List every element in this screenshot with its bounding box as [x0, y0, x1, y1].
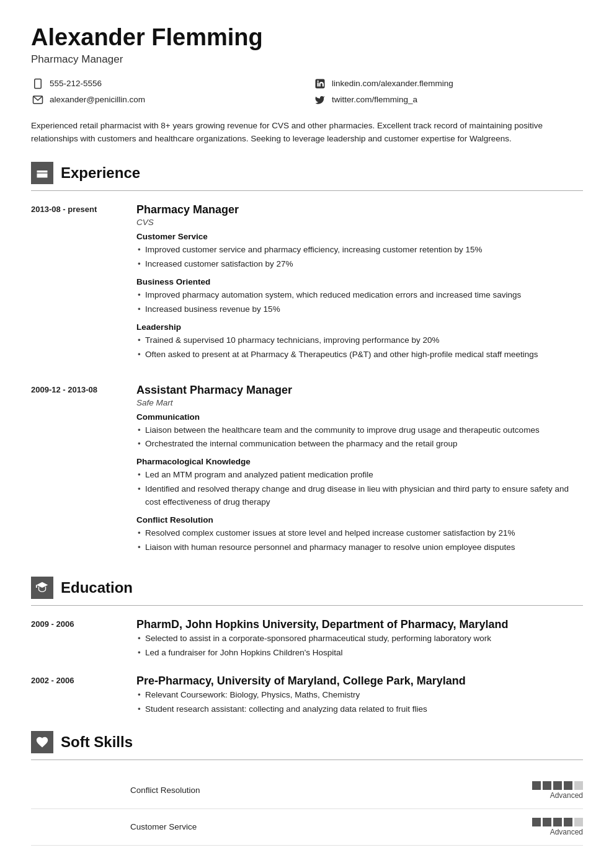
- bullet-list: Liaison between the healthcare team and …: [136, 424, 583, 451]
- company-name: Safe Mart: [136, 398, 583, 407]
- edu-bullet-item: Selected to assist in a corporate-sponso…: [136, 632, 583, 645]
- skill-rating: Advanced: [532, 781, 583, 800]
- dot-filled: [553, 818, 562, 826]
- job-title-text: Assistant Pharmacy Manager: [136, 384, 583, 397]
- experience-divider: [31, 190, 583, 191]
- education-list: 2009 - 2006PharmD, John Hopkins Universi…: [31, 618, 583, 717]
- education-entry: 2009 - 2006PharmD, John Hopkins Universi…: [31, 618, 583, 661]
- linkedin-contact: linkedin.com/alexander.flemming: [313, 77, 583, 91]
- twitter-icon: [313, 93, 327, 107]
- skill-group-title: Pharmacological Knowledge: [136, 457, 583, 466]
- soft-skills-header: Soft Skills: [31, 731, 583, 753]
- edu-date: 2002 - 2006: [31, 675, 130, 717]
- phone-contact: 555-212-5556: [31, 77, 301, 91]
- skill-group-title: Conflict Resolution: [136, 515, 583, 525]
- edu-content: PharmD, John Hopkins University, Departm…: [136, 618, 583, 661]
- bullet-list: Resolved complex customer issues at stor…: [136, 527, 583, 554]
- contact-grid: 555-212-5556 linkedin.com/alexander.flem…: [31, 77, 583, 107]
- bullet-item: Often asked to present at at Pharmacy & …: [136, 348, 583, 361]
- dot-empty: [574, 818, 583, 826]
- bullet-list: Led an MTM program and analyzed patient …: [136, 469, 583, 509]
- bullet-list: Trained & supervised 10 pharmacy technic…: [136, 334, 583, 361]
- twitter-value: twitter.com/flemming_a: [332, 95, 417, 104]
- dot-filled: [532, 818, 541, 826]
- twitter-contact: twitter.com/flemming_a: [313, 93, 583, 107]
- skill-group-title: Communication: [136, 412, 583, 422]
- svg-rect-3: [318, 82, 319, 87]
- skill-group-title: Customer Service: [136, 232, 583, 241]
- bullet-item: Orchestrated the internal communication …: [136, 438, 583, 451]
- summary-text: Experienced retail pharmacist with 8+ ye…: [31, 119, 583, 146]
- phone-icon: [31, 77, 45, 91]
- edu-bullet-list: Selected to assist in a corporate-sponso…: [136, 632, 583, 660]
- skills-list: Conflict ResolutionAdvancedCustomer Serv…: [31, 773, 583, 846]
- skill-name: Customer Service: [130, 822, 532, 831]
- skill-level-label: Advanced: [550, 828, 583, 836]
- bullet-item: Trained & supervised 10 pharmacy technic…: [136, 334, 583, 347]
- job-content: Pharmacy ManagerCVSCustomer ServiceImpro…: [136, 203, 583, 368]
- education-header: Education: [31, 577, 583, 599]
- education-entry: 2002 - 2006Pre-Pharmacy, University of M…: [31, 675, 583, 717]
- experience-section: Experience 2013-08 - presentPharmacy Man…: [31, 162, 583, 560]
- linkedin-icon: [313, 77, 327, 91]
- bullet-item: Resolved complex customer issues at stor…: [136, 527, 583, 540]
- dot-filled: [564, 781, 572, 790]
- job-date: 2013-08 - present: [31, 203, 130, 368]
- job-entry: 2009-12 - 2013-08Assistant Pharmacy Mana…: [31, 384, 583, 560]
- soft-skills-divider: [31, 760, 583, 760]
- bullet-item: Led an MTM program and analyzed patient …: [136, 469, 583, 482]
- edu-bullet-item: Student research assistant: collecting a…: [136, 703, 583, 716]
- dot-filled: [553, 781, 562, 790]
- skill-group: Conflict ResolutionResolved complex cust…: [136, 515, 583, 554]
- soft-skills-section: Soft Skills Conflict ResolutionAdvancedC…: [31, 731, 583, 846]
- skill-group: Customer ServiceImproved customer servic…: [136, 232, 583, 271]
- dot-filled: [532, 781, 541, 790]
- education-icon: [31, 577, 53, 599]
- email-contact: alexander@penicillin.com: [31, 93, 301, 107]
- degree-title: Pre-Pharmacy, University of Maryland, Co…: [136, 675, 583, 688]
- degree-title: PharmD, John Hopkins University, Departm…: [136, 618, 583, 631]
- skill-group: CommunicationLiaison between the healthc…: [136, 412, 583, 451]
- job-date: 2009-12 - 2013-08: [31, 384, 130, 560]
- experience-icon: [31, 162, 53, 184]
- edu-content: Pre-Pharmacy, University of Maryland, Co…: [136, 675, 583, 717]
- skill-dots: [532, 781, 583, 790]
- skill-entry: Conflict ResolutionAdvanced: [31, 773, 583, 809]
- dot-empty: [574, 781, 583, 790]
- soft-skills-icon: [31, 731, 53, 753]
- phone-value: 555-212-5556: [50, 79, 102, 88]
- job-entry: 2013-08 - presentPharmacy ManagerCVSCust…: [31, 203, 583, 368]
- skill-level-label: Advanced: [550, 791, 583, 800]
- skill-name: Conflict Resolution: [130, 786, 532, 795]
- edu-date: 2009 - 2006: [31, 618, 130, 661]
- skill-group: LeadershipTrained & supervised 10 pharma…: [136, 322, 583, 361]
- education-section: Education 2009 - 2006PharmD, John Hopkin…: [31, 577, 583, 717]
- email-icon: [31, 93, 45, 107]
- full-name: Alexander Flemming: [31, 25, 583, 51]
- experience-list: 2013-08 - presentPharmacy ManagerCVSCust…: [31, 203, 583, 560]
- skill-group-title: Business Oriented: [136, 277, 583, 286]
- edu-bullet-item: Led a fundraiser for John Hopkins Childr…: [136, 647, 583, 660]
- svg-rect-0: [35, 79, 42, 88]
- experience-header: Experience: [31, 162, 583, 184]
- skill-group: Business OrientedImproved pharmacy autom…: [136, 277, 583, 316]
- bullet-item: Liaison with human resource personnel an…: [136, 541, 583, 554]
- email-value: alexander@penicillin.com: [50, 95, 145, 104]
- experience-title: Experience: [61, 164, 140, 182]
- company-name: CVS: [136, 218, 583, 227]
- education-divider: [31, 605, 583, 606]
- soft-skills-title: Soft Skills: [61, 733, 133, 751]
- skill-group: Pharmacological KnowledgeLed an MTM prog…: [136, 457, 583, 509]
- job-title: Pharmacy Manager: [31, 53, 583, 66]
- bullet-item: Improved pharmacy automation system, whi…: [136, 289, 583, 302]
- skill-entry: Customer ServiceAdvanced: [31, 809, 583, 846]
- resume-header: Alexander Flemming Pharmacy Manager 555-…: [31, 25, 583, 146]
- edu-bullet-list: Relevant Coursework: Biology, Physics, M…: [136, 689, 583, 716]
- dot-filled: [564, 818, 572, 826]
- svg-rect-6: [37, 170, 48, 178]
- bullet-item: Liaison between the healthcare team and …: [136, 424, 583, 437]
- dot-filled: [543, 818, 551, 826]
- bullet-item: Increased customer satisfaction by 27%: [136, 258, 583, 271]
- bullet-list: Improved pharmacy automation system, whi…: [136, 289, 583, 316]
- skill-rating: Advanced: [532, 818, 583, 836]
